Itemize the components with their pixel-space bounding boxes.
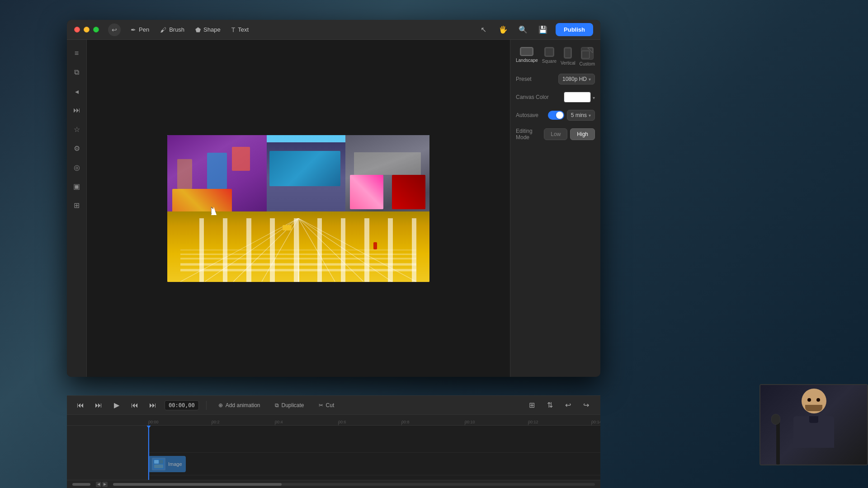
preset-label: Preset bbox=[516, 76, 532, 82]
canvas-color-swatch[interactable] bbox=[564, 92, 591, 103]
star-icon: ☆ bbox=[74, 125, 80, 134]
timeline-grid-button[interactable]: ⊞ bbox=[524, 398, 539, 413]
timeline-filter-button[interactable]: ⇅ bbox=[542, 398, 557, 413]
brush-tool[interactable]: 🖌 Brush bbox=[156, 24, 189, 36]
canvas-color-control bbox=[564, 92, 595, 103]
image-track-clip[interactable]: Image bbox=[148, 456, 186, 472]
cursor-tool-button[interactable]: ↖ bbox=[476, 23, 491, 37]
shape-tool[interactable]: ⬟ Shape bbox=[191, 24, 225, 36]
timeline-redo-button[interactable]: ↪ bbox=[579, 398, 593, 413]
canvas-color-label: Canvas Color bbox=[516, 94, 549, 100]
autosave-control: 5 mins bbox=[548, 110, 595, 121]
format-square[interactable]: Square bbox=[542, 47, 557, 66]
nyc-scene: NEW YORK bbox=[167, 135, 429, 282]
sidebar-item-menu[interactable]: ≡ bbox=[69, 45, 85, 61]
sidebar-item-audio[interactable]: ◂ bbox=[69, 83, 85, 99]
playhead[interactable] bbox=[148, 426, 149, 480]
ruler-mark-5: 00:10 bbox=[465, 420, 528, 425]
back-icon: ↩ bbox=[112, 26, 117, 33]
skip-to-start-button[interactable]: ⏮ bbox=[74, 399, 87, 412]
timeline-tracks[interactable]: Image bbox=[67, 426, 600, 480]
perspective-svg bbox=[180, 218, 416, 282]
step-forward-button[interactable]: ⏮ bbox=[128, 399, 141, 412]
menu-icon: ≡ bbox=[75, 49, 79, 57]
close-button[interactable] bbox=[74, 27, 80, 33]
skip-to-end-button[interactable]: ⏭ bbox=[146, 399, 159, 412]
separator-1 bbox=[206, 401, 207, 410]
hand-tool-button[interactable]: 🖐 bbox=[496, 23, 510, 37]
preset-row: Preset 1080p HD bbox=[516, 74, 595, 84]
editing-mode-row: Editing Mode Low High bbox=[516, 128, 595, 141]
webcam-face bbox=[760, 385, 867, 465]
right-billboard-1 bbox=[350, 175, 383, 209]
add-animation-button[interactable]: ⊕ Add animation bbox=[214, 400, 265, 411]
editing-mode-buttons: Low High bbox=[544, 128, 595, 140]
svg-rect-14 bbox=[521, 48, 533, 56]
canvas-area[interactable]: NEW YORK bbox=[87, 40, 510, 377]
sidebar-item-layers[interactable]: ⧉ bbox=[69, 64, 85, 80]
editing-mode-high[interactable]: High bbox=[570, 128, 595, 140]
right-panel: Landscape Square V bbox=[510, 40, 600, 377]
search-button[interactable]: 🔍 bbox=[516, 23, 530, 37]
format-landscape[interactable]: Landscape bbox=[516, 47, 538, 66]
scroll-prev-button[interactable]: ◀ bbox=[96, 482, 101, 487]
pen-tool[interactable]: ✒ Pen bbox=[126, 24, 154, 36]
undo-icon: ↩ bbox=[565, 401, 571, 409]
ruler-marks: 00:00 00:2 00:4 00:6 00:8 00:10 00:12 00… bbox=[148, 415, 600, 425]
sidebar-item-grid[interactable]: ⊞ bbox=[69, 197, 85, 213]
skip-to-start-icon: ⏮ bbox=[77, 401, 84, 409]
building-window bbox=[207, 153, 227, 189]
save-button[interactable]: 💾 bbox=[536, 23, 550, 37]
sidebar-item-location[interactable]: ◎ bbox=[69, 159, 85, 175]
road-area bbox=[167, 211, 429, 282]
sidebar-item-video[interactable]: ▣ bbox=[69, 178, 85, 194]
scroll-thumb[interactable] bbox=[113, 483, 282, 486]
autosave-time-dropdown[interactable]: 5 mins bbox=[567, 110, 595, 121]
text-tool[interactable]: T Text bbox=[227, 24, 253, 36]
duplicate-label: Duplicate bbox=[282, 402, 304, 408]
scroll-thumb-left[interactable] bbox=[72, 483, 90, 486]
sidebar-item-favorites[interactable]: ☆ bbox=[69, 121, 85, 137]
pen-label: Pen bbox=[139, 26, 149, 33]
cut-button[interactable]: ✂ Cut bbox=[314, 400, 339, 411]
sidebar-item-settings[interactable]: ⚙ bbox=[69, 140, 85, 156]
skip-icon: ⏭ bbox=[73, 106, 80, 114]
timeline-controls: ⏮ ⏭ ▶ ⏮ ⏭ 00:00,00 ⊕ Add animation ⧉ Dup… bbox=[67, 396, 600, 415]
text-label: Text bbox=[238, 26, 249, 33]
add-animation-icon: ⊕ bbox=[218, 402, 223, 408]
editing-mode-low[interactable]: Low bbox=[544, 128, 567, 140]
step-back-icon: ⏭ bbox=[95, 401, 102, 409]
grid-timeline-icon: ⊞ bbox=[529, 401, 535, 409]
right-eye bbox=[816, 398, 820, 402]
sidebar-item-skip[interactable]: ⏭ bbox=[69, 102, 85, 118]
time-display: 00:00,00 bbox=[165, 400, 199, 410]
svg-rect-16 bbox=[565, 48, 571, 57]
minimize-button[interactable] bbox=[84, 27, 90, 33]
timeline-undo-button[interactable]: ↩ bbox=[561, 398, 575, 413]
timeline-ruler: 00:00 00:2 00:4 00:6 00:8 00:10 00:12 00… bbox=[67, 415, 600, 426]
format-custom[interactable]: Custom bbox=[580, 47, 595, 66]
step-back-button[interactable]: ⏭ bbox=[92, 399, 105, 412]
taxi bbox=[283, 225, 292, 230]
back-button[interactable]: ↩ bbox=[108, 23, 121, 36]
format-vertical[interactable]: Vertical bbox=[561, 47, 576, 66]
track-header bbox=[67, 426, 148, 480]
duplicate-button[interactable]: ⧉ Duplicate bbox=[270, 400, 309, 411]
preset-dropdown[interactable]: 1080p HD bbox=[558, 74, 595, 84]
shape-label: Shape bbox=[203, 26, 221, 33]
scroll-page-buttons: ◀ ▶ bbox=[96, 482, 108, 487]
publish-button[interactable]: Publish bbox=[556, 23, 593, 36]
scroll-next-button[interactable]: ▶ bbox=[102, 482, 108, 487]
timeline-right-controls: ⊞ ⇅ ↩ ↪ bbox=[524, 398, 593, 413]
autosave-toggle[interactable] bbox=[548, 111, 564, 120]
play-pause-button[interactable]: ▶ bbox=[110, 399, 123, 412]
maximize-button[interactable] bbox=[93, 27, 99, 33]
building-sign bbox=[232, 147, 250, 171]
left-eye bbox=[807, 398, 811, 402]
cursor-icon: ↖ bbox=[481, 25, 486, 34]
pen-icon: ✒ bbox=[131, 26, 136, 33]
person-silhouette bbox=[787, 389, 841, 461]
scroll-track[interactable] bbox=[113, 483, 595, 486]
ruler-mark-0: 00:00 bbox=[148, 420, 212, 425]
toolbar-right: ↖ 🖐 🔍 💾 Publish bbox=[476, 23, 593, 37]
